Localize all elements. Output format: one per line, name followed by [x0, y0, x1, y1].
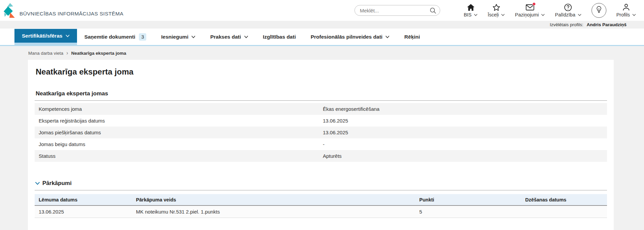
tab-profesionalas-pilnveides-dati[interactable]: Profesionālās pilnveides dati	[303, 29, 397, 45]
violations-divider	[35, 190, 607, 190]
tab-rekini[interactable]: Rēķini	[397, 29, 427, 45]
tab-label: Rēķini	[404, 34, 420, 40]
envelope-icon	[526, 3, 534, 11]
search-input[interactable]	[354, 5, 440, 16]
tab-izglitibas-dati[interactable]: Izglītības dati	[256, 29, 303, 45]
nav-bis[interactable]: BIS	[464, 3, 478, 17]
detail-row: Statuss Apturēts	[35, 150, 607, 162]
column-header: Lēmuma datums	[35, 194, 132, 205]
nav-help[interactable]: Palīdzība	[555, 3, 581, 17]
tab-prakses-dati[interactable]: Prakses dati	[203, 29, 255, 45]
tab-label: Profesionālās pilnveides dati	[311, 34, 383, 40]
breadcrumb-current: Neatkarīga eksperta joma	[71, 51, 126, 56]
chevron-right-icon: ›	[66, 50, 68, 56]
section-title: Neatkarīga eksperta jomas	[36, 90, 607, 97]
detail-label: Jomas piešķiršanas datums	[39, 130, 323, 135]
violations-table: Lēmuma datums Pārkāpuma veids Punkti Dzē…	[35, 194, 607, 218]
breadcrumb: Mana darba vieta › Neatkarīga eksperta j…	[28, 50, 644, 56]
breadcrumb-parent-link[interactable]: Mana darba vieta	[28, 51, 63, 56]
header-iconbar: BIS Īsceļi	[464, 3, 636, 18]
tab-sertifikati-sferas[interactable]: Sertifikāti/sfēras	[14, 29, 77, 45]
tab-label: Iesniegumi	[161, 34, 188, 40]
chevron-down-icon	[541, 14, 545, 16]
cell-decision-date: 13.06.2025	[35, 205, 132, 218]
nav-bis-label: BIS	[464, 12, 471, 17]
column-header: Dzēšanas datums	[521, 194, 607, 205]
violations-header-row: Lēmuma datums Pārkāpuma veids Punkti Dzē…	[35, 194, 607, 205]
detail-label: Statuss	[39, 153, 323, 159]
documents-count-badge: 3	[139, 33, 146, 41]
bis-logo-icon	[3, 3, 17, 18]
tips-button[interactable]	[592, 3, 606, 18]
detail-label: Eksperta reģistrācijas datums	[39, 118, 323, 124]
section-divider	[35, 100, 607, 101]
chevron-down-icon	[632, 14, 636, 16]
cell-deletion-date	[521, 205, 607, 218]
tab-label: Prakses dati	[210, 34, 241, 40]
search-icon[interactable]	[429, 7, 437, 15]
selected-profile-name[interactable]: Andris Paraudziņš	[586, 22, 627, 27]
tab-label: Sertifikāti/sfēras	[22, 33, 63, 39]
detail-value: Apturēts	[323, 153, 342, 159]
nav-profile-label: Profils	[616, 12, 630, 17]
selected-profile-label: Izvēlētais profils:	[550, 22, 583, 27]
cell-points: 5	[415, 205, 521, 218]
detail-row: Jomas beigu datums -	[35, 138, 607, 150]
chevron-down-icon	[191, 36, 195, 38]
question-icon	[564, 3, 572, 11]
chevron-down-icon	[385, 36, 389, 38]
chevron-down-icon	[474, 14, 478, 16]
nav-help-label: Palīdzība	[555, 12, 575, 17]
nav-shortcuts[interactable]: Īsceļi	[488, 3, 505, 17]
violations-section-title: Pārkāpumi	[42, 180, 72, 187]
app-logo[interactable]: BŪVNIECĪBAS INFORMĀCIJAS SISTĒMA	[3, 3, 123, 18]
detail-row: Kompetences joma Ēkas energosertificēšan…	[35, 103, 607, 115]
column-header: Punkti	[415, 194, 521, 205]
table-row[interactable]: 13.06.2025 MK noteikumu Nr.531 2.piel. 1…	[35, 205, 607, 218]
nav-notifications-label: Paziņojumi	[515, 12, 539, 17]
chevron-down-icon	[244, 36, 248, 38]
nav-shortcuts-label: Īsceļi	[488, 12, 499, 17]
content-area: Mana darba vieta › Neatkarīga eksperta j…	[0, 46, 644, 230]
detail-value: Ēkas energosertificēšana	[323, 106, 379, 112]
notification-dot	[532, 2, 536, 6]
person-icon	[622, 3, 630, 11]
tab-iesniegumi[interactable]: Iesniegumi	[154, 29, 203, 45]
lightbulb-icon	[596, 6, 602, 15]
top-header: BŪVNIECĪBAS INFORMĀCIJAS SISTĒMA BIS	[0, 0, 644, 21]
page-card: Neatkarīga eksperta joma Neatkarīga eksp…	[28, 60, 614, 230]
chevron-down-icon	[35, 180, 40, 186]
home-icon	[467, 3, 475, 11]
detail-label: Kompetences joma	[39, 106, 323, 112]
tab-label: Saņemtie dokumenti	[84, 34, 136, 40]
app-title: BŪVNIECĪBAS INFORMĀCIJAS SISTĒMA	[20, 11, 123, 18]
page-title: Neatkarīga eksperta joma	[36, 67, 607, 77]
detail-row: Jomas piešķiršanas datums 13.06.2025	[35, 127, 607, 138]
chevron-down-icon	[578, 14, 581, 16]
details-list: Kompetences joma Ēkas energosertificēšan…	[35, 103, 607, 162]
detail-value: 13.06.2025	[323, 130, 348, 135]
star-icon	[492, 3, 500, 11]
violations-section-toggle[interactable]: Pārkāpumi	[35, 180, 607, 187]
column-header: Pārkāpuma veids	[132, 194, 415, 205]
chevron-down-icon	[501, 14, 505, 16]
detail-value: 13.06.2025	[323, 118, 348, 124]
tab-sanemtie-dokumenti[interactable]: Saņemtie dokumenti 3	[77, 29, 154, 45]
selected-profile-bar: Izvēlētais profils: Andris Paraudziņš	[0, 21, 644, 29]
main-tabbar: Sertifikāti/sfēras Saņemtie dokumenti 3 …	[0, 29, 644, 46]
detail-value: -	[323, 141, 325, 147]
chevron-down-icon	[66, 35, 70, 37]
global-search	[354, 5, 440, 16]
app-window: BŪVNIECĪBAS INFORMĀCIJAS SISTĒMA BIS	[0, 0, 644, 230]
tab-label: Izglītības dati	[263, 34, 296, 40]
detail-label: Jomas beigu datums	[39, 141, 323, 147]
nav-notifications[interactable]: Paziņojumi	[515, 3, 545, 17]
cell-violation-type: MK noteikumu Nr.531 2.piel. 1.punkts	[132, 205, 415, 218]
detail-row: Eksperta reģistrācijas datums 13.06.2025	[35, 115, 607, 127]
nav-profile[interactable]: Profils	[616, 3, 636, 17]
